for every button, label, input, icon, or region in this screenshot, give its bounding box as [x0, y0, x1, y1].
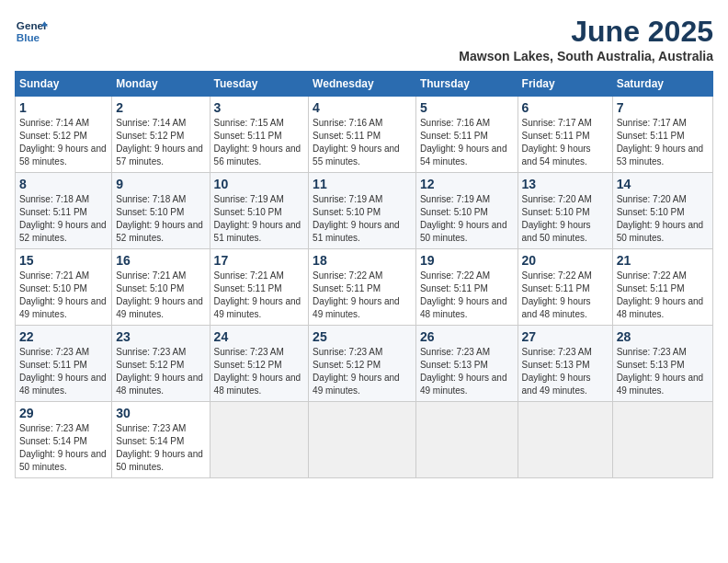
day-number: 2 — [116, 100, 205, 115]
calendar-cell: 15Sunrise: 7:21 AMSunset: 5:10 PMDayligh… — [16, 249, 112, 326]
day-info: Sunrise: 7:14 AMSunset: 5:12 PMDaylight:… — [116, 118, 203, 167]
calendar-cell: 19Sunrise: 7:22 AMSunset: 5:11 PMDayligh… — [415, 249, 518, 326]
calendar-week-1: 8Sunrise: 7:18 AMSunset: 5:11 PMDaylight… — [16, 173, 713, 249]
day-info: Sunrise: 7:23 AMSunset: 5:12 PMDaylight:… — [313, 347, 400, 396]
day-number: 8 — [19, 177, 108, 191]
day-number: 9 — [116, 177, 205, 191]
header: General Blue June 2025 Mawson Lakes, Sou… — [15, 15, 713, 63]
calendar-cell: 3Sunrise: 7:15 AMSunset: 5:11 PMDaylight… — [210, 97, 309, 173]
title-area: June 2025 Mawson Lakes, South Australia,… — [459, 15, 713, 63]
day-info: Sunrise: 7:17 AMSunset: 5:11 PMDaylight:… — [617, 118, 704, 167]
day-info: Sunrise: 7:22 AMSunset: 5:11 PMDaylight:… — [420, 270, 507, 319]
day-info: Sunrise: 7:23 AMSunset: 5:12 PMDaylight:… — [116, 347, 203, 396]
calendar-cell: 10Sunrise: 7:19 AMSunset: 5:10 PMDayligh… — [210, 173, 309, 249]
location: Mawson Lakes, South Australia, Australia — [459, 49, 713, 63]
logo: General Blue — [15, 15, 48, 48]
day-number: 5 — [420, 100, 514, 115]
day-info: Sunrise: 7:18 AMSunset: 5:11 PMDaylight:… — [19, 194, 107, 243]
day-number: 16 — [116, 253, 205, 268]
day-number: 10 — [214, 177, 305, 191]
calendar-cell: 4Sunrise: 7:16 AMSunset: 5:11 PMDaylight… — [309, 97, 416, 173]
day-info: Sunrise: 7:23 AMSunset: 5:13 PMDaylight:… — [617, 347, 704, 396]
col-sunday: Sunday — [16, 72, 112, 97]
calendar-cell: 21Sunrise: 7:22 AMSunset: 5:11 PMDayligh… — [612, 249, 712, 326]
calendar-cell: 11Sunrise: 7:19 AMSunset: 5:10 PMDayligh… — [309, 173, 416, 249]
calendar-cell: 1Sunrise: 7:14 AMSunset: 5:12 PMDaylight… — [16, 97, 112, 173]
day-info: Sunrise: 7:19 AMSunset: 5:10 PMDaylight:… — [420, 194, 507, 243]
header-row: Sunday Monday Tuesday Wednesday Thursday… — [16, 72, 713, 97]
day-number: 6 — [522, 100, 609, 115]
day-number: 24 — [214, 329, 305, 344]
day-info: Sunrise: 7:21 AMSunset: 5:10 PMDaylight:… — [19, 270, 107, 319]
day-number: 3 — [214, 100, 305, 115]
day-info: Sunrise: 7:21 AMSunset: 5:10 PMDaylight:… — [116, 270, 203, 319]
calendar-cell: 5Sunrise: 7:16 AMSunset: 5:11 PMDaylight… — [415, 97, 518, 173]
calendar-week-0: 1Sunrise: 7:14 AMSunset: 5:12 PMDaylight… — [16, 97, 713, 173]
day-info: Sunrise: 7:19 AMSunset: 5:10 PMDaylight:… — [214, 194, 301, 243]
day-info: Sunrise: 7:19 AMSunset: 5:10 PMDaylight:… — [313, 194, 400, 243]
day-number: 12 — [420, 177, 514, 191]
calendar-cell: 6Sunrise: 7:17 AMSunset: 5:11 PMDaylight… — [518, 97, 612, 173]
day-number: 29 — [19, 406, 108, 420]
calendar-week-4: 29Sunrise: 7:23 AMSunset: 5:14 PMDayligh… — [16, 402, 713, 478]
day-number: 22 — [19, 329, 108, 344]
calendar-cell: 23Sunrise: 7:23 AMSunset: 5:12 PMDayligh… — [112, 326, 210, 402]
calendar-cell: 12Sunrise: 7:19 AMSunset: 5:10 PMDayligh… — [415, 173, 518, 249]
calendar-cell: 13Sunrise: 7:20 AMSunset: 5:10 PMDayligh… — [518, 173, 612, 249]
calendar-cell: 29Sunrise: 7:23 AMSunset: 5:14 PMDayligh… — [16, 402, 112, 478]
day-number: 26 — [420, 329, 514, 344]
calendar-cell: 18Sunrise: 7:22 AMSunset: 5:11 PMDayligh… — [309, 249, 416, 326]
calendar-cell: 30Sunrise: 7:23 AMSunset: 5:14 PMDayligh… — [112, 402, 210, 478]
day-info: Sunrise: 7:16 AMSunset: 5:11 PMDaylight:… — [313, 118, 400, 167]
calendar-cell: 26Sunrise: 7:23 AMSunset: 5:13 PMDayligh… — [415, 326, 518, 402]
day-info: Sunrise: 7:23 AMSunset: 5:12 PMDaylight:… — [214, 347, 301, 396]
calendar-cell — [612, 402, 712, 478]
col-wednesday: Wednesday — [309, 72, 416, 97]
calendar-cell: 17Sunrise: 7:21 AMSunset: 5:11 PMDayligh… — [210, 249, 309, 326]
day-info: Sunrise: 7:22 AMSunset: 5:11 PMDaylight:… — [617, 270, 704, 319]
calendar-week-2: 15Sunrise: 7:21 AMSunset: 5:10 PMDayligh… — [16, 249, 713, 326]
calendar-table: Sunday Monday Tuesday Wednesday Thursday… — [15, 71, 713, 478]
day-number: 15 — [19, 253, 108, 268]
day-info: Sunrise: 7:18 AMSunset: 5:10 PMDaylight:… — [116, 194, 203, 243]
day-number: 14 — [617, 177, 709, 191]
calendar-cell: 14Sunrise: 7:20 AMSunset: 5:10 PMDayligh… — [612, 173, 712, 249]
day-info: Sunrise: 7:14 AMSunset: 5:12 PMDaylight:… — [19, 118, 107, 167]
day-number: 17 — [214, 253, 305, 268]
day-info: Sunrise: 7:23 AMSunset: 5:13 PMDaylight:… — [522, 347, 592, 396]
day-number: 13 — [522, 177, 609, 191]
day-number: 25 — [313, 329, 412, 344]
day-info: Sunrise: 7:22 AMSunset: 5:11 PMDaylight:… — [313, 270, 400, 319]
day-number: 27 — [522, 329, 609, 344]
col-thursday: Thursday — [415, 72, 518, 97]
col-friday: Friday — [518, 72, 612, 97]
calendar-cell — [309, 402, 416, 478]
calendar-cell: 22Sunrise: 7:23 AMSunset: 5:11 PMDayligh… — [16, 326, 112, 402]
day-number: 4 — [313, 100, 412, 115]
svg-text:Blue: Blue — [17, 31, 40, 43]
calendar-cell: 28Sunrise: 7:23 AMSunset: 5:13 PMDayligh… — [612, 326, 712, 402]
calendar-cell — [415, 402, 518, 478]
day-info: Sunrise: 7:23 AMSunset: 5:14 PMDaylight:… — [116, 423, 203, 472]
col-monday: Monday — [112, 72, 210, 97]
calendar-cell: 9Sunrise: 7:18 AMSunset: 5:10 PMDaylight… — [112, 173, 210, 249]
calendar-body: 1Sunrise: 7:14 AMSunset: 5:12 PMDaylight… — [16, 97, 713, 478]
day-number: 11 — [313, 177, 412, 191]
calendar-cell: 8Sunrise: 7:18 AMSunset: 5:11 PMDaylight… — [16, 173, 112, 249]
calendar-cell: 16Sunrise: 7:21 AMSunset: 5:10 PMDayligh… — [112, 249, 210, 326]
day-number: 18 — [313, 253, 412, 268]
day-info: Sunrise: 7:23 AMSunset: 5:14 PMDaylight:… — [19, 423, 107, 472]
calendar-week-3: 22Sunrise: 7:23 AMSunset: 5:11 PMDayligh… — [16, 326, 713, 402]
day-info: Sunrise: 7:22 AMSunset: 5:11 PMDaylight:… — [522, 270, 592, 319]
col-saturday: Saturday — [612, 72, 712, 97]
day-number: 1 — [19, 100, 108, 115]
calendar-cell — [210, 402, 309, 478]
calendar-cell: 27Sunrise: 7:23 AMSunset: 5:13 PMDayligh… — [518, 326, 612, 402]
day-info: Sunrise: 7:23 AMSunset: 5:13 PMDaylight:… — [420, 347, 507, 396]
calendar-cell — [518, 402, 612, 478]
day-info: Sunrise: 7:20 AMSunset: 5:10 PMDaylight:… — [522, 194, 592, 243]
day-info: Sunrise: 7:21 AMSunset: 5:11 PMDaylight:… — [214, 270, 301, 319]
day-info: Sunrise: 7:16 AMSunset: 5:11 PMDaylight:… — [420, 118, 507, 167]
day-number: 21 — [617, 253, 709, 268]
day-number: 30 — [116, 406, 205, 420]
